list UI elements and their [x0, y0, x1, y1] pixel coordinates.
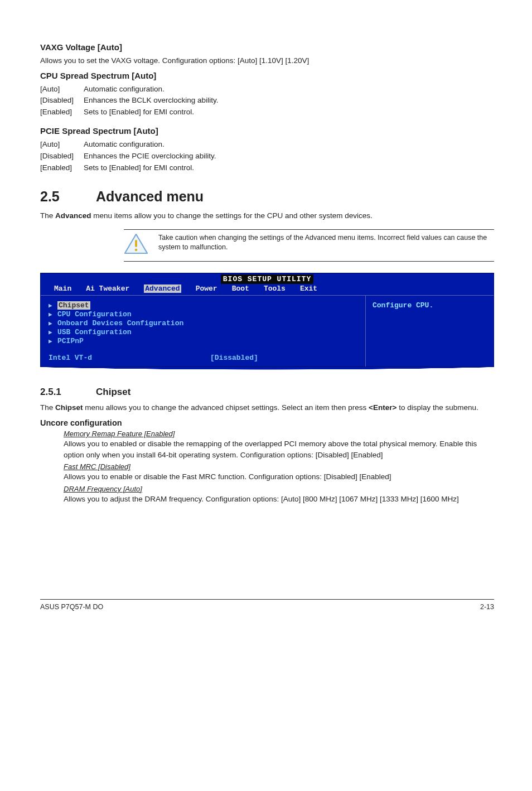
bios-setting-row: Intel VT-d [Dissabled]	[49, 354, 357, 362]
heading-number: 2.5	[40, 189, 96, 205]
bios-menu-item: ▶USB Configuration	[49, 328, 357, 337]
heading-vaxg: VAXG Voltage [Auto]	[40, 42, 494, 52]
uncore-items: Memory Remap Feature [Enabled] Allows yo…	[40, 430, 494, 504]
item-title: Fast MRC [Disabled]	[64, 462, 494, 471]
triangle-right-icon: ▶	[49, 337, 57, 345]
label: PCIPnP	[57, 337, 84, 345]
triangle-right-icon: ▶	[49, 302, 57, 309]
label: Onboard Devices Configuration	[57, 319, 183, 327]
heading-cpu-spread: CPU Spread Spectrum [Auto]	[40, 71, 494, 80]
heading-pcie-spread: PCIE Spread Spectrum [Auto]	[40, 126, 494, 136]
bios-tabs: Main Ai Tweaker Advanced Power Boot Tool…	[41, 283, 494, 296]
item-title: DRAM Frequency [Auto]	[64, 485, 494, 493]
bios-menu-item: ▶CPU Configuration	[49, 310, 357, 319]
heading-title: Advanced menu	[96, 189, 204, 205]
item-body: Allows you to enabled or disable the rem…	[64, 438, 494, 460]
opt-val: Enhances the PCIE overclocking ability.	[84, 151, 216, 162]
options-pcie-spread: [Auto]Automatic configuration. [Disabled…	[40, 139, 494, 174]
caution-icon	[124, 233, 148, 258]
opt-key: [Auto]	[40, 139, 84, 151]
bios-help-text: Configure CPU.	[366, 296, 494, 366]
footer-right: 2-13	[480, 603, 494, 611]
opt-key: [Disabled]	[40, 95, 84, 107]
opt-key: [Enabled]	[40, 107, 84, 118]
t: Advanced	[55, 211, 91, 220]
bios-title: BIOS SETUP UTILITY	[221, 274, 313, 284]
t: The	[40, 403, 55, 412]
t: Chipset	[55, 403, 83, 412]
bios-tab: Boot	[232, 284, 249, 293]
bios-menu-item: ▶Onboard Devices Configuration	[49, 319, 357, 328]
opt-val: Automatic configuration.	[84, 84, 165, 95]
heading-2-5-1: 2.5.1 Chipset	[40, 387, 494, 398]
label: CPU Configuration	[57, 310, 132, 319]
bios-tab-active: Advanced	[144, 284, 181, 293]
opt-key: [Disabled]	[40, 151, 84, 162]
opt-val: Sets to [Enabled] for EMI control.	[84, 107, 194, 118]
item-title: Memory Remap Feature [Enabled]	[64, 430, 494, 438]
t: menu items allow you to change the setti…	[91, 211, 373, 220]
bios-tab: Power	[196, 284, 217, 293]
bios-menu-item: ▶PCIPnP	[49, 337, 357, 346]
bios-tab: Ai Tweaker	[86, 284, 129, 293]
label: USB Configuration	[57, 328, 132, 336]
triangle-right-icon: ▶	[49, 320, 57, 327]
t: menu allows you to change the advanced c…	[83, 403, 369, 412]
caution-callout: Take caution when changing the settings …	[124, 229, 494, 262]
bios-tab: Tools	[264, 284, 286, 293]
t: The	[40, 211, 55, 220]
bios-setting-label: Intel VT-d	[49, 354, 210, 362]
label: Chipset	[57, 301, 90, 310]
bios-tab: Main	[54, 284, 71, 293]
page-footer: ASUS P7Q57-M DO 2-13	[40, 599, 494, 611]
item-body: Allows you to enable or disable the Fast…	[64, 471, 494, 483]
heading-number: 2.5.1	[40, 387, 96, 398]
bios-tab: Exit	[300, 284, 317, 293]
footer-left: ASUS P7Q57-M DO	[40, 603, 103, 611]
opt-val: Sets to [Enabled] for EMI control.	[84, 162, 194, 174]
bios-screenshot: BIOS SETUP UTILITY Main Ai Tweaker Advan…	[40, 273, 494, 374]
svg-rect-0	[135, 240, 137, 247]
advmenu-intro: The Advanced menu items allow you to cha…	[40, 210, 494, 221]
opt-val: Automatic configuration.	[84, 139, 165, 151]
caution-text: Take caution when changing the settings …	[158, 233, 494, 253]
bios-menu: ▶Chipset ▶CPU Configuration ▶Onboard Dev…	[49, 301, 357, 346]
t: to display the submenu.	[396, 403, 478, 412]
svg-point-1	[135, 248, 138, 251]
bios-menu-item: ▶Chipset	[49, 301, 357, 310]
text-vaxg: Allows you to set the VAXG voltage. Conf…	[40, 55, 494, 66]
t: <Enter>	[369, 403, 396, 412]
bios-setting-value: [Dissabled]	[210, 354, 258, 362]
triangle-right-icon: ▶	[49, 311, 57, 318]
opt-key: [Auto]	[40, 84, 84, 95]
opt-key: [Enabled]	[40, 162, 84, 174]
item-body: Allows you to adjust the DRAM frequency.…	[64, 494, 494, 505]
heading-title: Chipset	[96, 387, 130, 398]
opt-val: Enhances the BCLK overclocking ability.	[84, 95, 218, 107]
heading-2-5: 2.5 Advanced menu	[40, 189, 494, 205]
triangle-right-icon: ▶	[49, 329, 57, 336]
chipset-intro: The Chipset menu allows you to change th…	[40, 402, 494, 413]
options-cpu-spread: [Auto]Automatic configuration. [Disabled…	[40, 84, 494, 119]
heading-uncore: Uncore configuration	[40, 418, 494, 427]
